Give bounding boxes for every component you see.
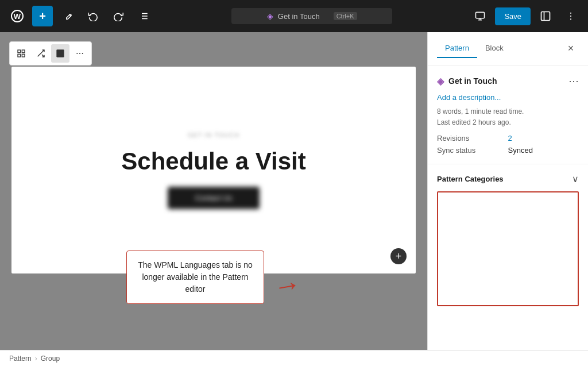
canvas: GET IN TOUCH Schedule a Visit Contact Us… [11,67,416,273]
svg-text:W: W [14,12,21,21]
keyboard-shortcut: Ctrl+K [334,12,357,20]
tooltip-box: The WPML Languages tab is no longer avai… [126,251,264,304]
svg-rect-19 [18,54,21,57]
add-description-link[interactable]: Add a description... [437,93,501,102]
svg-rect-11 [541,12,550,21]
diamond-icon: ◈ [267,11,273,21]
redo-button[interactable] [108,6,129,26]
svg-rect-16 [18,50,21,53]
top-toolbar: W + ◈ Get in Touch Ctrl+K Save [0,0,588,32]
editor-area: GET IN TOUCH Schedule a Visit Contact Us… [0,32,427,350]
word-count: 8 words, 1 minute read time. [437,106,579,117]
add-block-canvas-button[interactable]: + [390,248,407,264]
sidebar-tabs: Pattern Block [437,39,512,58]
select-parent-button[interactable] [12,44,30,63]
pattern-stats: Revisions 2 Sync status Synced [437,134,579,155]
revisions-label: Revisions [437,134,508,142]
tab-block[interactable]: Block [477,39,512,58]
canvas-subtitle: GET IN TOUCH [188,132,239,138]
wp-logo: W [7,6,28,26]
svg-point-14 [570,16,571,17]
undo-button[interactable] [83,6,103,26]
pattern-title-row: ◈ Get in Touch ⋯ [437,75,579,87]
svg-point-13 [570,13,571,14]
categories-content [437,191,579,306]
pattern-name: Get in Touch [448,76,497,86]
block-options-button[interactable] [71,44,89,63]
breadcrumb-group[interactable]: Group [41,355,60,363]
main-layout: GET IN TOUCH Schedule a Visit Contact Us… [0,32,588,350]
svg-point-23 [76,53,78,54]
view-button[interactable] [470,6,490,26]
revisions-value[interactable]: 2 [508,134,579,142]
svg-point-15 [570,18,571,20]
add-block-button[interactable]: + [32,6,53,26]
categories-header[interactable]: Pattern Categories ∨ [437,174,579,184]
sync-status-label: Sync status [437,146,508,155]
arrow-icon: → [271,269,303,302]
sidebar-header: Pattern Block × [428,32,588,66]
list-view-button[interactable] [133,6,154,26]
svg-point-24 [79,53,80,54]
search-text: Get in Touch [278,12,320,21]
breadcrumb-pattern[interactable]: Pattern [9,355,32,363]
chevron-down-icon: ∨ [572,174,579,184]
pattern-more-button[interactable]: ⋯ [568,75,579,87]
canvas-cta-button[interactable]: Contact Us [168,187,260,209]
tooltip-text: The WPML Languages tab is no longer avai… [138,260,253,294]
sidebar-close-button[interactable]: × [563,41,579,57]
pattern-title: ◈ Get in Touch [437,76,497,87]
pattern-categories: Pattern Categories ∨ [428,164,588,315]
tooltip-area: The WPML Languages tab is no longer avai… [126,251,301,304]
categories-title: Pattern Categories [437,175,504,183]
pattern-meta: 8 words, 1 minute read time. Last edited… [437,106,579,128]
sidebar: Pattern Block × ◈ Get in Touch ⋯ Add a d… [427,32,588,350]
svg-rect-18 [22,54,25,57]
svg-rect-8 [476,12,485,18]
breadcrumb: Pattern › Group [0,350,588,366]
breadcrumb-separator: › [35,355,37,363]
pattern-diamond-icon: ◈ [437,76,444,87]
canvas-heading[interactable]: Schedule a Visit [121,148,305,175]
sync-status-value: Synced [508,146,579,155]
more-options-button[interactable] [560,6,581,26]
pattern-info: ◈ Get in Touch ⋯ Add a description... 8 … [428,66,588,164]
save-button[interactable]: Save [495,7,531,25]
svg-rect-17 [22,50,25,53]
tools-button[interactable] [57,6,78,26]
block-toolbar [9,41,92,66]
block-type-button[interactable] [51,44,69,63]
last-edited: Last edited 2 hours ago. [437,117,579,128]
tab-pattern[interactable]: Pattern [437,39,477,58]
transform-button[interactable] [32,44,50,63]
search-bar[interactable]: ◈ Get in Touch Ctrl+K [231,8,392,24]
settings-button[interactable] [535,6,556,26]
svg-point-25 [82,53,83,54]
svg-rect-22 [56,49,64,57]
